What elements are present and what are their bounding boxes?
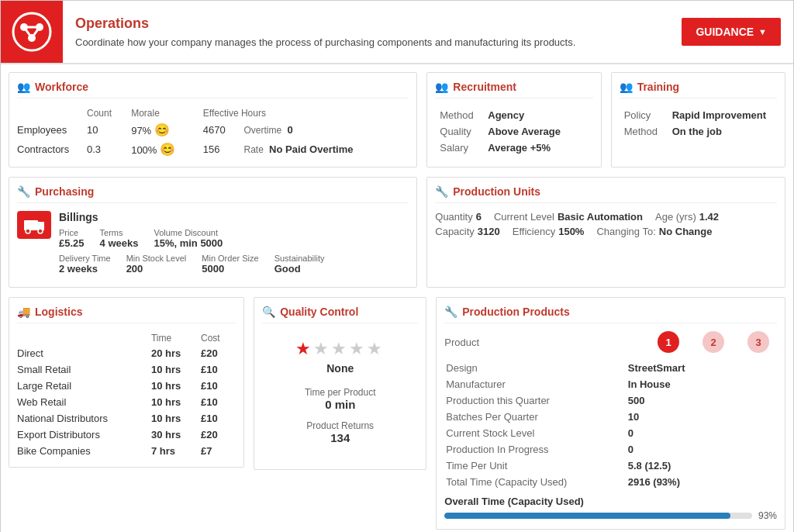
logistics-row-time: 7 hrs — [151, 443, 201, 459]
table-row: Quality Above Average — [437, 124, 591, 139]
prod-row-label: Total Time (Capacity Used) — [446, 475, 627, 489]
prod-row-label: Batches Per Quarter — [446, 409, 627, 424]
purchasing-title: Purchasing — [35, 185, 94, 198]
production-capacity: Capacity 3120 — [435, 226, 500, 237]
recruitment-method-value: Agency — [485, 108, 591, 123]
production-products-icon: 🔧 — [444, 306, 457, 318]
qc-returns-label: Product Returns — [262, 420, 418, 431]
overall-progress-bar: 93% — [444, 510, 777, 521]
logistics-row-cost: £10 — [201, 394, 236, 410]
workforce-row-employees-count: 10 — [87, 120, 131, 140]
table-row: Batches Per Quarter 10 — [446, 409, 775, 424]
workforce-row-employees-label: Employees — [17, 120, 87, 140]
logistics-icon: 🚚 — [17, 306, 30, 318]
prod-row-value: In House — [628, 377, 775, 392]
training-policy-value: Rapid Improvement — [669, 108, 775, 123]
table-row: Design StreetSmart — [446, 361, 775, 375]
table-row: Current Stock Level 0 — [446, 426, 775, 440]
training-header: 👥 Training — [620, 81, 777, 98]
table-row: Time Cost — [17, 331, 236, 345]
recruitment-salary-value: Average +5% — [485, 140, 591, 155]
logistics-col-time: Time — [151, 331, 201, 345]
workforce-table: Count Morale Effective Hours Employees 1… — [17, 106, 409, 159]
purchasing-panel: 🔧 Purchasing Billings — [9, 177, 417, 288]
overall-percent-label: 93% — [758, 510, 777, 521]
production-units-row-1: Quantity 6 Current Level Basic Automatio… — [435, 211, 777, 223]
product-col-1: 1 — [658, 331, 679, 353]
purchasing-icon: 🔧 — [17, 185, 30, 198]
table-row: Method Agency — [437, 108, 591, 123]
star-filled-1: ★ — [295, 339, 313, 358]
qc-stars: ★★★★★ — [262, 339, 418, 359]
overall-time-row: Overall Time (Capacity Used) 93% — [444, 496, 777, 521]
recruitment-table: Method Agency Quality Above Average Sala… — [435, 106, 592, 157]
star-empty-3: ★ — [349, 339, 367, 358]
logistics-row-time: 10 hrs — [151, 394, 201, 410]
logistics-title: Logistics — [35, 306, 82, 318]
purchasing-delivery: Delivery Time 2 weeks — [59, 254, 111, 275]
svg-point-0 — [13, 13, 50, 50]
workforce-row-contractors-label: Contractors — [17, 140, 87, 159]
table-row: Production this Quarter 500 — [446, 393, 775, 408]
table-row: Web Retail 10 hrs £10 — [17, 394, 236, 410]
prod-row-value: 5.8 (12.5) — [628, 458, 775, 473]
logistics-row-label: Web Retail — [17, 394, 151, 410]
logistics-panel: 🚚 Logistics Time Cost Direct 20 hrs £20 — [9, 297, 244, 468]
production-units-header: 🔧 Production Units — [435, 185, 777, 203]
table-row: Export Distributors 30 hrs £20 — [17, 427, 236, 443]
table-row: Method On the job — [621, 124, 775, 139]
logistics-row-cost: £10 — [201, 410, 236, 427]
qc-time-per-product: Time per Product 0 min — [262, 387, 418, 411]
workforce-icon: 👥 — [17, 81, 30, 93]
supplier-icon — [17, 211, 51, 239]
quality-control-content: ★★★★★ None Time per Product 0 min Produc… — [262, 331, 418, 461]
prod-row-value: 2916 (93%) — [628, 475, 775, 489]
production-current-level: Current Level Basic Automation — [494, 211, 643, 223]
purchasing-volume-discount: Volume Discount 15%, min 5000 — [154, 228, 223, 249]
product-col-numbers: 1 2 3 — [658, 331, 769, 353]
morale-good-icon-2: 😊 — [160, 143, 175, 156]
workforce-title: Workforce — [35, 81, 88, 93]
logistics-row-label: Large Retail — [17, 378, 151, 394]
logistics-row-time: 20 hrs — [151, 345, 201, 361]
guidance-label: GUIDANCE — [696, 26, 754, 38]
recruitment-salary-label: Salary — [437, 140, 483, 155]
table-row: Employees 10 97% 😊 4670 Overtime 0 — [17, 120, 409, 140]
purchasing-row-1: Price £5.25 Terms 4 weeks Volume Discoun… — [59, 228, 409, 249]
qc-product-returns: Product Returns 134 — [262, 420, 418, 444]
production-units-title: Production Units — [453, 185, 540, 198]
logistics-row-cost: £20 — [201, 427, 236, 443]
purchasing-header: 🔧 Purchasing — [17, 185, 409, 203]
logo-icon — [12, 12, 52, 52]
purchasing-content: Billings Price £5.25 Terms 4 weeks — [17, 211, 409, 279]
qc-returns-value: 134 — [262, 431, 418, 444]
header-actions: GUIDANCE ▼ — [669, 1, 793, 63]
table-row: National Distributors 10 hrs £10 — [17, 410, 236, 427]
guidance-button[interactable]: GUIDANCE ▼ — [682, 18, 781, 46]
product-col-3: 3 — [747, 331, 769, 353]
logistics-row-cost: £7 — [201, 443, 236, 459]
logistics-row-label: Direct — [17, 345, 151, 361]
quality-control-icon: 🔍 — [262, 306, 275, 318]
recruitment-panel: 👥 Recruitment Method Agency Quality Abov… — [426, 72, 601, 168]
header: Operations Coordinate how your company m… — [1, 1, 793, 64]
production-quantity: Quantity 6 — [435, 211, 482, 223]
production-products-title: Production Products — [462, 306, 569, 318]
prod-row-value: 0 — [628, 426, 775, 440]
prod-row-label: Production In Progress — [446, 442, 627, 457]
production-units-row-2: Capacity 3120 Efficiency 150% Changing T… — [435, 226, 777, 237]
training-policy-label: Policy — [621, 108, 668, 123]
svg-line-5 — [24, 27, 32, 38]
training-icon: 👥 — [620, 81, 633, 93]
prod-row-label: Current Stock Level — [446, 426, 627, 440]
production-efficiency: Efficiency 150% — [513, 226, 585, 237]
star-empty-2: ★ — [331, 339, 349, 358]
star-empty-1: ★ — [313, 339, 331, 358]
workforce-row-employees-hours: 4670 — [203, 120, 244, 140]
production-products-table: Design StreetSmart Manufacturer In House… — [444, 359, 777, 491]
header-description: Coordinate how your company manages the … — [75, 36, 657, 48]
qc-rating: None — [262, 362, 418, 375]
morale-good-icon: 😊 — [154, 123, 170, 136]
overall-time-label: Overall Time (Capacity Used) — [444, 496, 777, 507]
table-row: Contractors 0.3 100% 😊 156 Rate No Paid … — [17, 140, 409, 159]
